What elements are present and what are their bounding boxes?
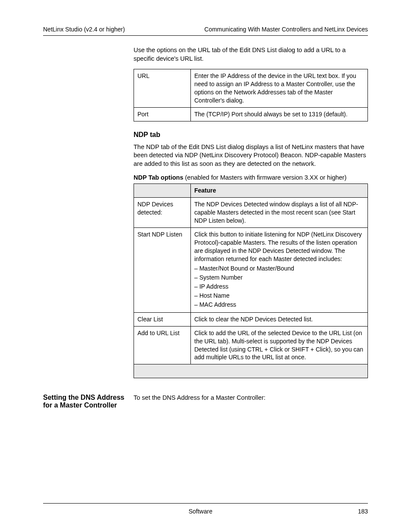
table-row: NDP Devices detected: The NDP Devices De… bbox=[134, 198, 368, 228]
page-footer: Software 183 bbox=[43, 503, 368, 515]
footer-page-number: 183 bbox=[358, 508, 368, 515]
field-label: Clear List bbox=[134, 312, 191, 326]
table-row: Clear List Click to clear the NDP Device… bbox=[134, 312, 368, 326]
field-label: Add to URL List bbox=[134, 326, 191, 364]
footer-center: Software bbox=[43, 508, 358, 515]
field-label: URL bbox=[134, 69, 191, 108]
field-description: Click to add the URL of the selected Dev… bbox=[191, 326, 368, 364]
table-row: URL Enter the IP Address of the device i… bbox=[134, 69, 368, 108]
intro-paragraph: Use the options on the URL tab of the Ed… bbox=[134, 46, 368, 63]
table-row: Port The (TCP/IP) Port should always be … bbox=[134, 107, 368, 121]
list-item: Master/Not Bound or Master/Bound bbox=[194, 264, 364, 273]
page-header: NetLinx Studio (v2.4 or higher) Communic… bbox=[43, 26, 368, 36]
ndp-options-table: Feature NDP Devices detected: The NDP De… bbox=[134, 184, 368, 378]
field-description: Click to clear the NDP Devices Detected … bbox=[191, 312, 368, 326]
field-description: Click this button to initiate listening … bbox=[191, 227, 368, 312]
list-item: IP Address bbox=[194, 283, 364, 291]
field-description: Enter the IP Address of the device in th… bbox=[191, 69, 368, 108]
ndp-results-list: Master/Not Bound or Master/Bound System … bbox=[194, 264, 364, 308]
ndp-tab-paragraph: The NDP tab of the Edit DNS List dialog … bbox=[134, 143, 368, 168]
ndp-tab-heading: NDP tab bbox=[134, 131, 368, 139]
table-spacer bbox=[134, 364, 368, 378]
column-header: Feature bbox=[191, 184, 368, 198]
field-label: NDP Devices detected: bbox=[134, 198, 191, 228]
list-item: System Number bbox=[194, 274, 364, 282]
field-label: Start NDP Listen bbox=[134, 227, 191, 312]
column-header bbox=[134, 184, 191, 198]
field-description: The NDP Devices Detected window displays… bbox=[191, 198, 368, 228]
list-item: Host Name bbox=[194, 292, 364, 300]
table-row: Add to URL List Click to add the URL of … bbox=[134, 326, 368, 364]
header-product: NetLinx Studio (v2.4 or higher) bbox=[43, 26, 125, 33]
header-section: Communicating With Master Controllers an… bbox=[204, 26, 368, 33]
dns-address-heading: Setting the DNS Address for a Master Con… bbox=[43, 394, 134, 409]
list-item: MAC Address bbox=[194, 301, 364, 309]
field-description: The (TCP/IP) Port should always be set t… bbox=[191, 107, 368, 121]
table-row: Start NDP Listen Click this button to in… bbox=[134, 227, 368, 312]
url-tab-options-table: URL Enter the IP Address of the device i… bbox=[134, 69, 368, 121]
ndp-table-caption: NDP Tab options (enabled for Masters wit… bbox=[134, 174, 368, 181]
field-label: Port bbox=[134, 107, 191, 121]
table-row bbox=[134, 364, 368, 378]
dns-address-leadin: To set the DNS Address for a Master Cont… bbox=[134, 394, 368, 402]
